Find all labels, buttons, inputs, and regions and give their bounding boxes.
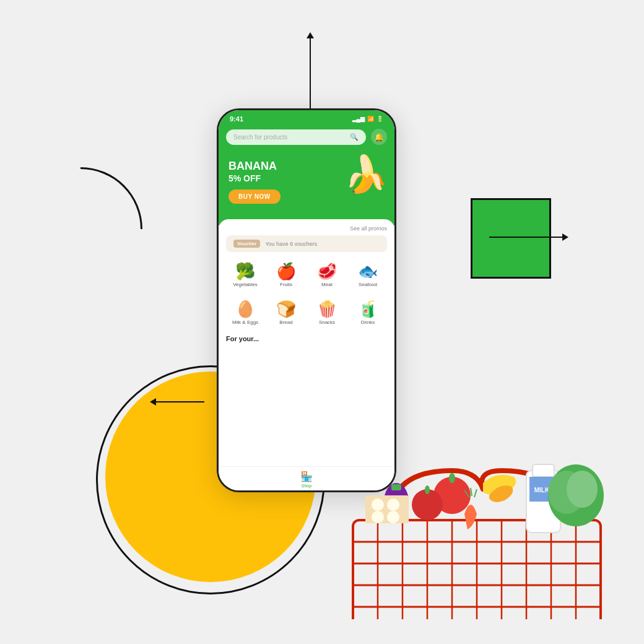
search-area: Search for products 🔍 🔔 bbox=[219, 125, 394, 151]
vegetables-label: Vegetables bbox=[233, 282, 258, 287]
svg-point-23 bbox=[449, 473, 455, 483]
voucher-tag: Voucher bbox=[233, 240, 260, 248]
category-snacks[interactable]: 🍿 Snacks bbox=[308, 297, 346, 329]
voucher-text: You have 6 vouchers bbox=[265, 241, 317, 247]
content-area: See all promos Voucher You have 6 vouche… bbox=[219, 219, 394, 352]
green-rectangle-decoration bbox=[471, 198, 551, 279]
bread-icon: 🍞 bbox=[276, 301, 296, 317]
fruits-icon: 🍎 bbox=[276, 263, 296, 279]
status-time: 9:41 bbox=[230, 115, 243, 123]
seafood-icon: 🐟 bbox=[358, 263, 378, 279]
bread-label: Bread bbox=[279, 320, 292, 325]
battery-icon: 🔋 bbox=[376, 116, 383, 122]
status-icons: ▂▄▆ 📶 🔋 bbox=[352, 116, 383, 122]
milk-eggs-icon: 🥚 bbox=[235, 301, 255, 317]
categories-row1: 🥦 Vegetables 🍎 Fruits 🥩 Meat 🐟 Seafood bbox=[226, 259, 387, 291]
category-vegetables[interactable]: 🥦 Vegetables bbox=[226, 259, 264, 291]
search-placeholder: Search for products bbox=[233, 134, 346, 141]
shop-icon: 🏪 bbox=[300, 471, 313, 482]
drinks-icon: 🧃 bbox=[358, 301, 378, 317]
svg-point-29 bbox=[372, 498, 384, 511]
see-all-promos-link[interactable]: See all promos bbox=[226, 225, 387, 232]
svg-point-30 bbox=[387, 498, 399, 511]
buy-now-button[interactable]: BUY NOW bbox=[228, 189, 281, 204]
svg-rect-16 bbox=[533, 464, 554, 477]
arrow-up-decoration bbox=[310, 37, 311, 111]
svg-point-31 bbox=[372, 511, 384, 523]
category-bread[interactable]: 🍞 Bread bbox=[267, 297, 305, 329]
search-bar[interactable]: Search for products 🔍 bbox=[226, 129, 366, 145]
banana-image: 🍌 bbox=[344, 156, 388, 192]
signal-icon: ▂▄▆ bbox=[352, 116, 365, 122]
status-bar: 9:41 ▂▄▆ 📶 🔋 bbox=[219, 110, 394, 125]
nav-shop[interactable]: 🏪 Shop bbox=[300, 471, 313, 488]
categories-row2: 🥚 Milk & Eggs 🍞 Bread 🍿 Snacks 🧃 Drinks bbox=[226, 297, 387, 329]
grocery-basket-illustration: MILK bbox=[322, 359, 632, 619]
nav-shop-label: Shop bbox=[302, 484, 311, 488]
snacks-icon: 🍿 bbox=[317, 301, 337, 317]
svg-point-25 bbox=[425, 485, 430, 494]
seafood-label: Seafood bbox=[359, 282, 377, 287]
quarter-circle-decoration bbox=[80, 167, 142, 229]
notification-bell[interactable]: 🔔 bbox=[371, 129, 387, 145]
arrow-right-decoration bbox=[489, 237, 564, 238]
search-icon: 🔍 bbox=[350, 133, 359, 141]
for-your-section: For your... bbox=[226, 335, 387, 342]
svg-line-34 bbox=[471, 488, 472, 496]
meat-label: Meat bbox=[321, 282, 333, 287]
category-seafood[interactable]: 🐟 Seafood bbox=[349, 259, 387, 291]
category-milk-eggs[interactable]: 🥚 Milk & Eggs bbox=[226, 297, 264, 329]
svg-rect-28 bbox=[365, 495, 409, 523]
bell-icon: 🔔 bbox=[374, 133, 384, 142]
svg-point-32 bbox=[387, 511, 399, 523]
category-meat[interactable]: 🥩 Meat bbox=[308, 259, 346, 291]
svg-line-35 bbox=[474, 489, 477, 497]
fruits-label: Fruits bbox=[280, 282, 292, 287]
voucher-bar[interactable]: Voucher You have 6 vouchers bbox=[226, 235, 387, 252]
category-fruits[interactable]: 🍎 Fruits bbox=[267, 259, 305, 291]
svg-text:MILK: MILK bbox=[534, 487, 550, 494]
milk-eggs-label: Milk & Eggs bbox=[232, 320, 258, 325]
wifi-icon: 📶 bbox=[367, 116, 374, 122]
category-drinks[interactable]: 🧃 Drinks bbox=[349, 297, 387, 329]
drinks-label: Drinks bbox=[361, 320, 375, 325]
promo-banner: BANANA 5% OFF BUY NOW 🍌 bbox=[219, 151, 394, 225]
snacks-label: Snacks bbox=[319, 320, 335, 325]
vegetables-icon: 🥦 bbox=[235, 263, 255, 279]
arrow-left-decoration bbox=[155, 401, 204, 402]
svg-rect-27 bbox=[391, 484, 401, 490]
svg-point-21 bbox=[567, 471, 598, 508]
meat-icon: 🥩 bbox=[317, 263, 337, 279]
